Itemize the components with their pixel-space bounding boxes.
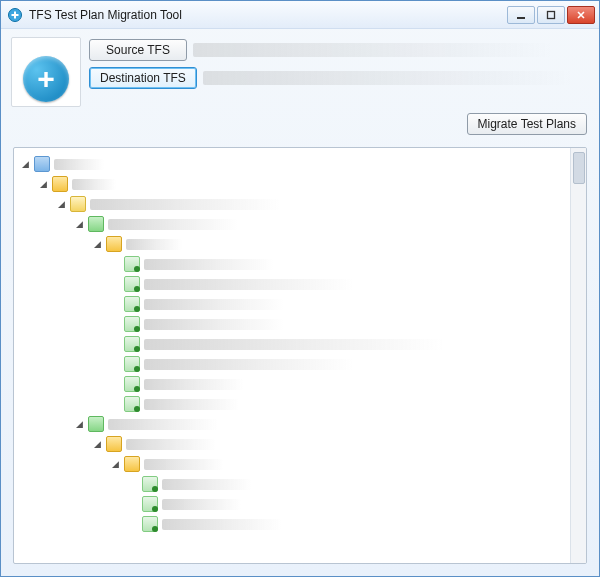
- expander-icon[interactable]: ◢: [56, 199, 66, 209]
- svg-rect-2: [12, 14, 19, 16]
- tree-node[interactable]: [110, 274, 566, 294]
- tree-node[interactable]: [110, 254, 566, 274]
- test-icon: [124, 316, 140, 332]
- test-icon: [124, 356, 140, 372]
- tree-node[interactable]: ◢: [74, 414, 566, 434]
- expander-icon[interactable]: ◢: [92, 439, 102, 449]
- tree-node[interactable]: ◢: [74, 214, 566, 234]
- team-icon: [52, 176, 68, 192]
- tree-node-label: [144, 379, 244, 390]
- tree-node-label: [144, 359, 354, 370]
- expander-icon[interactable]: ◢: [110, 459, 120, 469]
- suite-icon: [88, 216, 104, 232]
- tree-node-label: [162, 499, 242, 510]
- tree-node[interactable]: [128, 474, 566, 494]
- tree-node[interactable]: ◢: [38, 174, 566, 194]
- window-controls: [507, 6, 595, 24]
- actions-bar: Migrate Test Plans: [1, 113, 599, 141]
- test-plan-tree[interactable]: ◢◢◢◢◢◢◢◢: [18, 154, 566, 534]
- tree-node-label: [144, 319, 284, 330]
- destination-tfs-button[interactable]: Destination TFS: [89, 67, 197, 89]
- close-button[interactable]: [567, 6, 595, 24]
- expander-icon[interactable]: ◢: [74, 419, 84, 429]
- tree-node[interactable]: ◢: [92, 234, 566, 254]
- tree-node-label: [144, 299, 284, 310]
- config-area: + Source TFS Destination TFS: [1, 29, 599, 113]
- suite-icon: [88, 416, 104, 432]
- svg-rect-4: [548, 11, 555, 18]
- scrollbar-thumb[interactable]: [573, 152, 585, 184]
- app-logo-card: +: [11, 37, 81, 107]
- expander-icon[interactable]: ◢: [20, 159, 30, 169]
- tree-panel: ◢◢◢◢◢◢◢◢: [13, 147, 587, 564]
- tree-node-label: [144, 459, 224, 470]
- test-icon: [142, 476, 158, 492]
- tree-node[interactable]: ◢: [92, 434, 566, 454]
- tree-node-label: [126, 439, 216, 450]
- tree-node-label: [108, 419, 218, 430]
- app-window: TFS Test Plan Migration Tool + Source TF…: [0, 0, 600, 577]
- tree-node[interactable]: [128, 514, 566, 534]
- test-icon: [124, 336, 140, 352]
- expander-icon[interactable]: ◢: [74, 219, 84, 229]
- titlebar: TFS Test Plan Migration Tool: [1, 1, 599, 29]
- suite2-icon: [106, 436, 122, 452]
- svg-rect-3: [517, 17, 525, 19]
- plus-icon: +: [23, 56, 69, 102]
- expander-icon[interactable]: ◢: [92, 239, 102, 249]
- test-icon: [142, 516, 158, 532]
- maximize-button[interactable]: [537, 6, 565, 24]
- test-icon: [124, 276, 140, 292]
- tree-node-label: [144, 339, 444, 350]
- source-row: Source TFS: [89, 39, 589, 61]
- tree-node[interactable]: ◢: [110, 454, 566, 474]
- test-icon: [142, 496, 158, 512]
- tree-node[interactable]: ◢: [56, 194, 566, 214]
- tree-node-label: [90, 199, 280, 210]
- vertical-scrollbar[interactable]: [570, 148, 586, 563]
- connection-rows: Source TFS Destination TFS: [89, 39, 589, 89]
- root-icon: [34, 156, 50, 172]
- tree-node-label: [144, 399, 239, 410]
- tree-node[interactable]: [110, 334, 566, 354]
- suite2-icon: [124, 456, 140, 472]
- source-tfs-value: [193, 43, 553, 57]
- expander-icon[interactable]: ◢: [38, 179, 48, 189]
- test-icon: [124, 396, 140, 412]
- tree-node[interactable]: [110, 394, 566, 414]
- tree-node[interactable]: [128, 494, 566, 514]
- tree-scroll-viewport: ◢◢◢◢◢◢◢◢: [14, 148, 570, 563]
- tree-node-label: [162, 519, 282, 530]
- app-icon: [7, 7, 23, 23]
- plan-icon: [70, 196, 86, 212]
- suite2-icon: [106, 236, 122, 252]
- destination-tfs-value: [203, 71, 573, 85]
- tree-node-label: [144, 279, 354, 290]
- tree-node-label: [162, 479, 252, 490]
- tree-node[interactable]: ◢: [20, 154, 566, 174]
- tree-node[interactable]: [110, 374, 566, 394]
- source-tfs-button[interactable]: Source TFS: [89, 39, 187, 61]
- migrate-button[interactable]: Migrate Test Plans: [467, 113, 588, 135]
- destination-row: Destination TFS: [89, 67, 589, 89]
- tree-node-label: [72, 179, 116, 190]
- test-icon: [124, 296, 140, 312]
- tree-node-label: [54, 159, 104, 170]
- test-icon: [124, 256, 140, 272]
- tree-node-label: [126, 239, 182, 250]
- test-icon: [124, 376, 140, 392]
- tree-node[interactable]: [110, 314, 566, 334]
- window-title: TFS Test Plan Migration Tool: [29, 8, 507, 22]
- tree-node-label: [108, 219, 238, 230]
- tree-node-label: [144, 259, 274, 270]
- minimize-button[interactable]: [507, 6, 535, 24]
- tree-node[interactable]: [110, 354, 566, 374]
- tree-node[interactable]: [110, 294, 566, 314]
